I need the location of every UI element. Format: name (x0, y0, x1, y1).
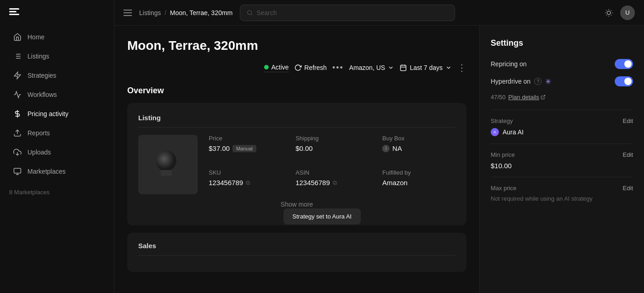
main-area: Listings / Moon, Terrae, 320mm U Moon, T… (114, 0, 644, 293)
more-options-button[interactable]: ••• (332, 63, 344, 73)
toast-message: Strategy set to Aura AI (292, 213, 352, 220)
svg-rect-24 (400, 65, 406, 71)
breadcrumb-listings[interactable]: Listings (139, 9, 161, 16)
plan-details-link[interactable]: Plan details (509, 94, 546, 101)
hyperdrive-label: Hyperdrive on (491, 78, 530, 85)
date-range-button[interactable]: Last 7 days (400, 64, 452, 71)
help-icon[interactable]: ? (534, 78, 541, 85)
sales-card: Sales (127, 233, 466, 272)
strategy-value: A Aura AI (491, 128, 633, 136)
divider-2 (491, 144, 633, 144)
strategy-name: Aura AI (503, 128, 524, 136)
sidebar-item-reports[interactable]: Reports (4, 124, 110, 142)
fulfilled-label: Fulfilled by (382, 169, 455, 176)
price-field: Price $37.00 Manual (209, 135, 282, 160)
overview-title: Overview (127, 86, 466, 96)
marketplace-selector[interactable]: Amazon, US (349, 64, 395, 71)
sidebar-item-listings[interactable]: Listings (4, 47, 110, 65)
plan-fraction: 47/50 (491, 94, 506, 101)
strategies-icon (13, 71, 22, 80)
min-price-label: Min price (491, 151, 515, 158)
min-price-value: $10.00 (491, 162, 633, 170)
sidebar-item-pricing-activity[interactable]: Pricing activity (4, 105, 110, 123)
content-area: Moon, Terrae, 320mm Active Refresh ••• A… (114, 26, 644, 293)
svg-rect-30 (161, 170, 172, 176)
status-dot (264, 65, 269, 69)
shipping-value: $0.00 (296, 144, 369, 152)
status-label: Active (271, 64, 289, 71)
asin-value: 123456789 ⧉ (296, 179, 369, 186)
price-value: $37.00 Manual (209, 144, 282, 152)
strategy-label: Strategy (491, 117, 513, 124)
refresh-icon (294, 64, 302, 71)
overview-section: Overview Listing (127, 86, 466, 272)
max-price-section: Max price Edit Not required while using … (491, 185, 633, 202)
divider-3 (491, 177, 633, 177)
svg-rect-10 (14, 168, 21, 173)
asin-field: ASIN 123456789 ⧉ (296, 169, 369, 194)
shipping-field: Shipping $0.00 (296, 135, 369, 160)
strategy-edit-link[interactable]: Edit (623, 117, 633, 124)
star-icon: ✳ (545, 77, 551, 86)
hamburger-menu-icon[interactable] (124, 10, 132, 16)
pricing-icon (13, 109, 22, 118)
svg-point-15 (607, 11, 611, 15)
buybox-label: Buy Box (382, 135, 455, 142)
max-price-header: Max price Edit (491, 185, 633, 192)
sidebar-item-label: Pricing activity (27, 110, 68, 117)
sidebar: Home Listings Strategies Workflows Prici (0, 0, 114, 293)
marketplaces-icon (13, 167, 22, 176)
hyperdrive-row: Hyperdrive on ? ✳ (491, 76, 633, 86)
sidebar-item-workflows[interactable]: Workflows (4, 85, 110, 104)
sidebar-item-label: Home (27, 33, 44, 41)
settings-icon-btn[interactable] (603, 7, 615, 19)
svg-line-31 (542, 95, 545, 97)
sidebar-item-label: Reports (27, 129, 50, 137)
search-bar[interactable] (240, 5, 455, 21)
sidebar-item-strategies[interactable]: Strategies (4, 66, 110, 85)
sidebar-item-home[interactable]: Home (4, 28, 110, 46)
repricing-row: Repricing on (491, 59, 633, 69)
topbar: Listings / Moon, Terrae, 320mm U (114, 0, 644, 26)
settings-title: Settings (491, 38, 633, 48)
buybox-value: i NA (382, 144, 455, 152)
sidebar-item-label: Marketplaces (27, 168, 65, 175)
toggle-knob-2 (624, 78, 632, 85)
topbar-right: U (603, 5, 635, 20)
max-price-note: Not required while using an AI strategy (491, 195, 633, 202)
settings-panel: Settings Repricing on Hyperdrive on ? ✳ (479, 26, 644, 293)
strategy-section: Strategy Edit A Aura AI (491, 117, 633, 136)
strategy-toast: Strategy set to Aura AI (283, 208, 361, 224)
date-range-label: Last 7 days (410, 64, 443, 71)
search-input[interactable] (256, 9, 448, 16)
repricing-toggle[interactable] (615, 59, 633, 69)
chevron-down-icon-2 (445, 64, 452, 71)
min-price-section: Min price Edit $10.00 (491, 151, 633, 170)
vertical-more-button[interactable]: ⋮ (457, 62, 466, 73)
max-price-edit-link[interactable]: Edit (623, 185, 633, 192)
svg-line-18 (606, 10, 606, 11)
hyperdrive-toggle[interactable] (615, 76, 633, 86)
reports-icon (13, 128, 22, 138)
sidebar-item-label: Listings (27, 53, 49, 60)
page-title: Moon, Terrae, 320mm (127, 38, 258, 53)
sidebar-item-label: Uploads (27, 149, 51, 156)
buybox-text: NA (392, 144, 402, 152)
repricing-label: Repricing on (491, 60, 527, 68)
listing-card-title: Listing (138, 114, 455, 128)
sidebar-item-label: Strategies (27, 72, 56, 79)
min-price-edit-link[interactable]: Edit (623, 151, 633, 158)
refresh-label: Refresh (304, 64, 327, 71)
price-badge: Manual (233, 145, 256, 152)
sku-copy-icon[interactable]: ⧉ (246, 179, 250, 186)
page-header: Moon, Terrae, 320mm Active Refresh ••• A… (127, 38, 466, 73)
asin-copy-icon[interactable]: ⧉ (333, 179, 337, 186)
breadcrumb-separator: / (164, 9, 166, 16)
divider-1 (491, 110, 633, 110)
user-avatar[interactable]: U (620, 5, 635, 20)
sidebar-item-uploads[interactable]: Uploads (4, 143, 110, 161)
search-icon (247, 10, 253, 16)
sidebar-item-marketplaces[interactable]: Marketplaces (4, 162, 110, 181)
sales-card-title: Sales (138, 242, 455, 256)
refresh-button[interactable]: Refresh (294, 64, 327, 71)
